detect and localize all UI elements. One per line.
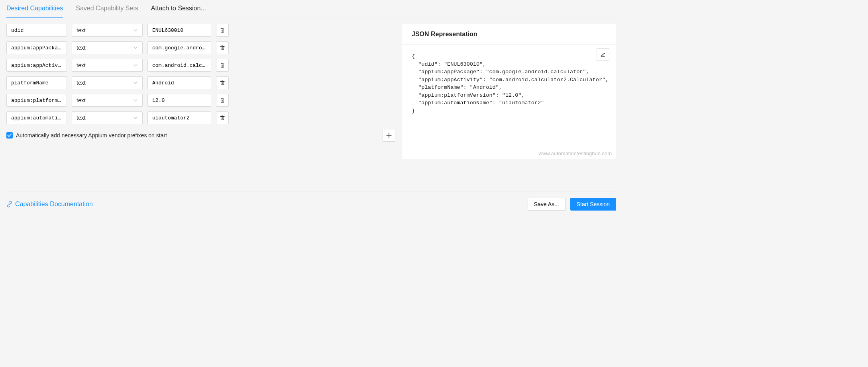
doc-link-label: Capabilities Documentation <box>15 201 93 208</box>
delete-capability-button[interactable] <box>216 59 229 72</box>
trash-icon <box>220 27 225 33</box>
capability-name-input[interactable] <box>6 94 67 107</box>
start-session-button[interactable]: Start Session <box>570 198 616 211</box>
tab-saved-capability-sets[interactable]: Saved Capability Sets <box>76 0 138 18</box>
delete-capability-button[interactable] <box>216 24 229 37</box>
capability-type-select[interactable]: text <box>72 59 143 72</box>
capability-type-select[interactable]: text <box>72 76 143 89</box>
chevron-down-icon <box>133 45 138 50</box>
delete-capability-button[interactable] <box>216 94 229 107</box>
tabs-bar: Desired Capabilities Saved Capability Se… <box>6 0 616 18</box>
link-icon <box>6 201 13 207</box>
capability-row: text <box>6 76 395 89</box>
capabilities-documentation-link[interactable]: Capabilities Documentation <box>6 201 93 208</box>
trash-icon <box>220 115 225 121</box>
trash-icon <box>220 62 225 68</box>
capability-type-label: text <box>77 45 86 51</box>
capability-name-input[interactable] <box>6 24 67 37</box>
capability-type-label: text <box>77 97 86 103</box>
tab-desired-capabilities[interactable]: Desired Capabilities <box>6 0 63 18</box>
json-content: { "udid": "ENUL630010", "appium:appPacka… <box>402 45 616 119</box>
capability-row: text <box>6 24 395 37</box>
capability-value-input[interactable] <box>147 111 211 124</box>
capability-type-select[interactable]: text <box>72 24 143 37</box>
chevron-down-icon <box>133 80 138 85</box>
save-as-button[interactable]: Save As... <box>528 198 566 211</box>
chevron-down-icon <box>133 63 138 68</box>
capability-value-input[interactable] <box>147 41 211 54</box>
capability-value-input[interactable] <box>147 94 211 107</box>
json-panel-title: JSON Representation <box>402 24 616 45</box>
add-capability-button[interactable] <box>383 129 395 142</box>
footer: Capabilities Documentation Save As... St… <box>6 191 616 217</box>
chevron-down-icon <box>133 98 138 103</box>
capability-type-select[interactable]: text <box>72 94 143 107</box>
tab-attach-to-session[interactable]: Attach to Session... <box>151 0 206 18</box>
chevron-down-icon <box>133 115 138 120</box>
capability-type-label: text <box>77 80 86 86</box>
capability-row: text <box>6 59 395 72</box>
capabilities-editor: text text text <box>6 24 395 142</box>
trash-icon <box>220 45 225 51</box>
trash-icon <box>220 98 225 103</box>
chevron-down-icon <box>133 28 138 33</box>
auto-prefix-checkbox[interactable] <box>6 132 13 139</box>
capability-type-select[interactable]: text <box>72 41 143 54</box>
capability-row: text <box>6 111 395 124</box>
capability-value-input[interactable] <box>147 76 211 89</box>
capability-row: text <box>6 94 395 107</box>
json-representation-panel: JSON Representation { "udid": "ENUL63001… <box>402 24 616 159</box>
capability-value-input[interactable] <box>147 59 211 72</box>
delete-capability-button[interactable] <box>216 76 229 89</box>
capability-value-input[interactable] <box>147 24 211 37</box>
delete-capability-button[interactable] <box>216 41 229 54</box>
plus-icon <box>386 133 392 138</box>
capability-name-input[interactable] <box>6 59 67 72</box>
trash-icon <box>220 80 225 86</box>
delete-capability-button[interactable] <box>216 111 229 124</box>
auto-prefix-checkbox-row: Automatically add necessary Appium vendo… <box>6 132 167 139</box>
check-icon <box>7 133 12 138</box>
capability-type-select[interactable]: text <box>72 111 143 124</box>
capability-type-label: text <box>77 62 86 68</box>
capability-type-label: text <box>77 115 86 121</box>
capability-name-input[interactable] <box>6 76 67 89</box>
auto-prefix-label: Automatically add necessary Appium vendo… <box>16 132 167 139</box>
watermark-text: www.automationtestinghub.com <box>538 150 612 156</box>
capability-name-input[interactable] <box>6 111 67 124</box>
capability-type-label: text <box>77 27 86 33</box>
capability-row: text <box>6 41 395 54</box>
capability-name-input[interactable] <box>6 41 67 54</box>
